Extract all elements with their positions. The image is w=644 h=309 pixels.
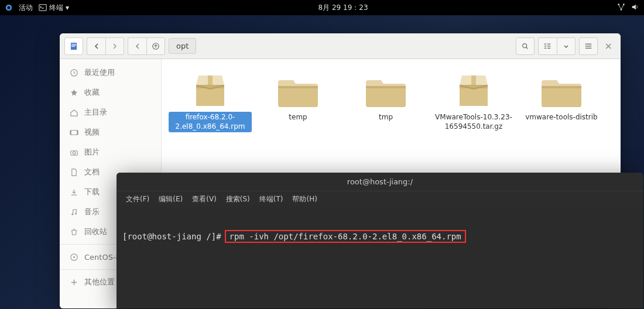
file-item[interactable]: vmware-tools-distrib — [520, 70, 603, 123]
document-icon — [69, 167, 78, 177]
svg-point-1 — [7, 6, 10, 9]
svg-point-30 — [73, 256, 75, 258]
trash-icon — [69, 227, 78, 236]
camera-icon — [69, 147, 78, 157]
file-label: vmware-tools-distrib — [523, 112, 600, 123]
activities-label[interactable]: 活动 — [19, 3, 33, 13]
search-button[interactable] — [516, 37, 535, 55]
hamburger-menu-button[interactable] — [579, 37, 598, 55]
svg-rect-7 — [71, 44, 76, 44]
sidebar-label: 其他位置 — [84, 277, 115, 287]
sidebar-label: 视频 — [84, 127, 100, 138]
sidebar-item-recent[interactable]: 最近使用 — [60, 63, 161, 83]
menu-edit[interactable]: 编辑(E) — [155, 193, 186, 205]
menu-search[interactable]: 搜索(S) — [222, 193, 254, 205]
sidebar-item-videos[interactable]: 视频 — [60, 122, 161, 142]
terminal-body[interactable]: [root@host-jiang /]# rpm -ivh /opt/firef… — [117, 207, 643, 308]
menu-file[interactable]: 文件(F) — [122, 193, 153, 205]
terminal-command: rpm -ivh /opt/firefox-68.2.0-2.el8_0.x86… — [225, 230, 466, 243]
network-icon[interactable] — [617, 3, 625, 13]
view-grid-button[interactable] — [538, 37, 557, 55]
svg-rect-18 — [585, 43, 591, 44]
svg-rect-9 — [71, 46, 75, 47]
svg-point-27 — [71, 213, 73, 215]
sidebar-label: 音乐 — [84, 207, 100, 217]
svg-rect-15 — [547, 43, 550, 44]
file-label: VMwareTools-10.3.23-16594550.tar.gz — [432, 112, 515, 132]
sidebar-label: 主目录 — [84, 107, 107, 118]
disc-icon — [69, 252, 78, 262]
sidebar-label: 收藏 — [84, 87, 100, 98]
package-icon — [451, 72, 496, 109]
sidebar-label: 图片 — [84, 147, 100, 157]
sidebar-item-starred[interactable]: 收藏 — [60, 83, 161, 102]
svg-rect-8 — [71, 45, 76, 46]
menu-help[interactable]: 帮助(H) — [289, 193, 320, 205]
activities-icon — [5, 4, 13, 12]
clock[interactable]: 8月 29 19：23 — [69, 3, 617, 13]
volume-icon[interactable] — [631, 3, 639, 13]
sidebar-label: 下载 — [84, 187, 100, 197]
file-item[interactable]: firefox-68.2.0-2.el8_0.x86_64.rpm — [169, 70, 252, 132]
sidebar-label: 回收站 — [84, 226, 107, 237]
folder-icon — [539, 72, 584, 109]
svg-rect-24 — [77, 130, 78, 135]
download-icon — [69, 187, 78, 197]
home-icon — [69, 108, 78, 117]
path-up-button[interactable] — [128, 37, 146, 55]
clock-icon — [69, 68, 78, 77]
gnome-top-panel: 活动 终端 ▾ 8月 29 19：23 — [0, 0, 644, 15]
plus-icon — [69, 277, 78, 287]
sidebar-label: 最近使用 — [84, 67, 115, 78]
menu-terminal[interactable]: 终端(T) — [256, 193, 287, 205]
svg-rect-14 — [544, 47, 547, 48]
svg-rect-13 — [544, 46, 547, 46]
music-icon — [69, 207, 78, 217]
file-label: temp — [286, 112, 309, 123]
svg-rect-20 — [585, 47, 591, 48]
file-item[interactable]: tmp — [344, 70, 427, 123]
svg-point-26 — [73, 152, 76, 154]
file-manager-toolbar: opt × — [60, 33, 621, 59]
menu-view[interactable]: 查看(V) — [189, 193, 220, 205]
svg-rect-23 — [70, 130, 71, 135]
file-type-icon — [64, 37, 83, 55]
terminal-prompt: [root@host-jiang /]# — [122, 232, 221, 241]
file-item[interactable]: VMwareTools-10.3.23-16594550.tar.gz — [432, 70, 515, 132]
sidebar-item-home[interactable]: 主目录 — [60, 102, 161, 122]
sidebar-item-pictures[interactable]: 图片 — [60, 142, 161, 162]
svg-rect-2 — [39, 5, 46, 11]
app-menu[interactable]: 终端 ▾ — [39, 3, 69, 13]
sidebar-label: 文档 — [84, 167, 100, 177]
path-root-button[interactable] — [146, 37, 165, 55]
terminal-window: root@host-jiang:/ 文件(F) 编辑(E) 查看(V) 搜索(S… — [117, 173, 643, 308]
svg-rect-16 — [547, 46, 550, 46]
file-label: tmp — [376, 112, 395, 123]
svg-rect-17 — [547, 47, 550, 48]
close-button[interactable]: × — [601, 40, 616, 52]
file-item[interactable]: temp — [256, 70, 340, 123]
back-button[interactable] — [87, 37, 105, 55]
view-dropdown-button[interactable] — [557, 37, 576, 55]
svg-rect-12 — [544, 43, 547, 44]
terminal-menubar: 文件(F) 编辑(E) 查看(V) 搜索(S) 终端(T) 帮助(H) — [117, 191, 643, 207]
forward-button[interactable] — [105, 37, 124, 55]
star-icon — [69, 88, 78, 97]
svg-rect-19 — [585, 46, 591, 46]
terminal-titlebar[interactable]: root@host-jiang:/ — [117, 173, 643, 191]
app-menu-label: 终端 — [49, 3, 63, 13]
svg-rect-22 — [70, 130, 77, 135]
package-icon — [188, 72, 232, 109]
folder-icon — [276, 72, 320, 109]
svg-point-11 — [522, 43, 526, 47]
svg-point-28 — [74, 212, 76, 214]
video-icon — [69, 128, 78, 137]
file-label: firefox-68.2.0-2.el8_0.x86_64.rpm — [169, 112, 252, 132]
location-chip[interactable]: opt — [169, 38, 196, 54]
folder-icon — [364, 72, 408, 109]
